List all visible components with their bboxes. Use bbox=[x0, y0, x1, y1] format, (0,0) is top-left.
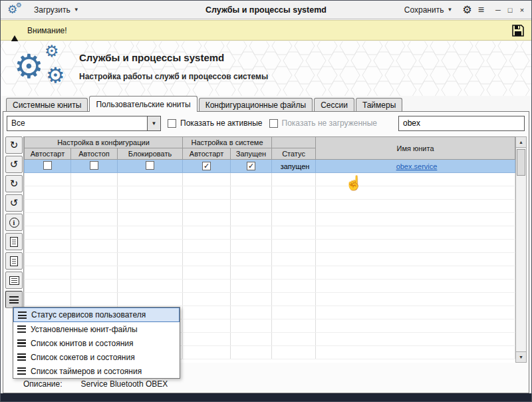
column-header-status[interactable]: Статус bbox=[272, 148, 316, 160]
tab-config-files[interactable]: Конфигурационные файлы bbox=[199, 98, 313, 112]
scope-dropdown-value: Все bbox=[7, 116, 147, 130]
app-logo-gears-icon: ⚙ ⚙ ⚙ bbox=[14, 43, 80, 96]
maximize-button[interactable]: □ bbox=[505, 5, 515, 15]
list-icon bbox=[17, 339, 26, 347]
column-header-running[interactable]: Запущен bbox=[231, 148, 272, 160]
minimize-button[interactable]: ─ bbox=[493, 5, 503, 15]
table-row-empty bbox=[25, 293, 515, 306]
bottom-edge bbox=[1, 393, 531, 401]
warning-bar: ! Внимание! bbox=[1, 20, 531, 41]
group-header-config: Настройка в конфигурации bbox=[25, 137, 183, 148]
chevron-down-icon[interactable]: ▼ bbox=[147, 116, 160, 130]
save-button[interactable]: Сохранить ▼ bbox=[400, 3, 457, 17]
description-value: Service Bluetooth OBEX bbox=[81, 379, 168, 389]
save-button-label: Сохранить bbox=[404, 5, 444, 15]
page-title: Службы и процессы systemd bbox=[79, 52, 224, 63]
tab-user-units[interactable]: Пользовательские юниты bbox=[89, 96, 197, 112]
checkbox-running[interactable]: ✓ bbox=[247, 162, 255, 170]
scope-dropdown[interactable]: Все ▼ bbox=[7, 116, 161, 131]
menu-item-sockets-and-states[interactable]: Список сокетов и состояния bbox=[13, 350, 180, 364]
page-subtitle: Настройка работы служб и процессов систе… bbox=[79, 72, 268, 81]
reload-icon: ↺ bbox=[10, 158, 19, 170]
table-row-empty bbox=[25, 266, 515, 280]
warning-label: Внимание! bbox=[27, 26, 67, 35]
table-row-empty bbox=[25, 186, 515, 200]
checkbox-block[interactable] bbox=[146, 161, 154, 170]
restart-unit-button[interactable]: ↻ bbox=[5, 175, 23, 192]
menu-item-user-services-status[interactable]: Статус сервисов пользователя bbox=[13, 307, 180, 322]
undo-button[interactable]: ↺ bbox=[5, 194, 23, 212]
tab-timers[interactable]: Таймеры bbox=[356, 98, 402, 112]
tab-sessions[interactable]: Сессии bbox=[314, 98, 354, 112]
refresh-icon: ↻ bbox=[10, 139, 19, 151]
show-inactive-checkbox-group[interactable]: Показать не активные bbox=[168, 118, 263, 128]
filter-row: Все ▼ Показать не активные Показать не з… bbox=[7, 115, 525, 131]
dropdown-arrow-icon: ▼ bbox=[74, 7, 79, 13]
context-menu: Статус сервисов пользователя Установленн… bbox=[13, 307, 180, 379]
column-header-autostart-config[interactable]: Автостарт bbox=[25, 148, 71, 160]
restart-icon: ↻ bbox=[10, 178, 19, 190]
journal-icon bbox=[9, 276, 19, 285]
checkbox-config-autostart[interactable] bbox=[43, 161, 52, 170]
menu-item-units-and-states[interactable]: Список юнитов и состояния bbox=[13, 336, 180, 350]
app-gears-icon: ⚙ ⚙ bbox=[7, 3, 23, 17]
info-button[interactable]: i bbox=[5, 214, 23, 231]
scroll-down-button[interactable]: ▼ bbox=[516, 351, 526, 362]
show-unloaded-label: Показать не загруженные bbox=[282, 118, 377, 128]
show-unloaded-checkbox[interactable] bbox=[269, 119, 278, 128]
table-row-empty bbox=[25, 240, 515, 253]
mouse-cursor-hand-icon: ☝ bbox=[345, 175, 362, 191]
status-list-button[interactable] bbox=[5, 291, 23, 308]
hamburger-menu-icon[interactable]: ≡ bbox=[478, 4, 484, 16]
tab-system-units[interactable]: Системные юниты bbox=[6, 98, 88, 112]
table-row-obex[interactable]: ✓ ✓ запущен obex.service bbox=[25, 160, 515, 173]
table-row-empty bbox=[25, 253, 515, 266]
journal-button[interactable] bbox=[5, 272, 23, 289]
app-window: ⚙ ⚙ Загрузить ▼ Службы и процессы system… bbox=[0, 0, 532, 402]
edit-file-button[interactable] bbox=[5, 252, 23, 270]
show-inactive-checkbox[interactable] bbox=[168, 119, 176, 128]
unit-file-button[interactable] bbox=[5, 233, 23, 250]
refresh-button[interactable]: ↻ bbox=[5, 136, 23, 154]
window-controls: ─ □ × bbox=[493, 5, 527, 15]
menu-item-timers-and-states[interactable]: Список таймеров и состояния bbox=[13, 364, 180, 378]
unit-name-link[interactable]: obex.service bbox=[396, 162, 438, 170]
table-row-empty bbox=[25, 226, 515, 240]
table-row-empty bbox=[25, 213, 515, 226]
scrollbar-thumb[interactable] bbox=[517, 149, 525, 176]
checkbox-autostop[interactable] bbox=[90, 161, 98, 170]
list-icon bbox=[9, 296, 19, 303]
settings-gear-icon[interactable]: ⚙ bbox=[462, 3, 471, 16]
dropdown-arrow-icon: ▼ bbox=[447, 7, 452, 13]
list-icon bbox=[17, 367, 26, 375]
show-inactive-label: Показать не активные bbox=[180, 118, 263, 128]
save-file-icon[interactable] bbox=[511, 24, 525, 37]
table-row-empty bbox=[25, 280, 515, 293]
close-button[interactable]: × bbox=[517, 5, 527, 15]
warning-triangle-icon: ! bbox=[7, 24, 22, 37]
info-icon: i bbox=[9, 218, 19, 228]
table-row-empty bbox=[25, 200, 515, 213]
vertical-scrollbar[interactable]: ▲ ▼ bbox=[515, 136, 527, 363]
status-cell: запущен bbox=[272, 160, 316, 173]
app-header: ⚙ ⚙ ⚙ Службы и процессы systemd Настройк… bbox=[1, 41, 531, 96]
column-header-autostop[interactable]: Автостоп bbox=[71, 148, 118, 160]
scroll-up-button[interactable]: ▲ bbox=[516, 137, 526, 148]
menu-item-installed-unit-files[interactable]: Установленные юнит-файлы bbox=[13, 322, 180, 336]
load-button[interactable]: Загрузить ▼ bbox=[30, 3, 83, 17]
list-icon bbox=[17, 353, 26, 361]
column-header-autostart-system[interactable]: Автостарт bbox=[183, 148, 231, 160]
checkbox-system-autostart[interactable]: ✓ bbox=[202, 162, 211, 170]
undo-icon: ↺ bbox=[10, 197, 19, 209]
list-icon bbox=[17, 325, 26, 333]
group-header-blank bbox=[272, 137, 316, 148]
show-unloaded-checkbox-group[interactable]: Показать не загруженные bbox=[269, 118, 377, 128]
column-header-block[interactable]: Блокировать bbox=[118, 148, 183, 160]
column-header-unit-name[interactable]: Имя юнита bbox=[316, 137, 515, 160]
file-icon bbox=[10, 237, 18, 247]
list-icon bbox=[18, 311, 27, 319]
reload-daemon-button[interactable]: ↺ bbox=[5, 156, 23, 173]
titlebar: ⚙ ⚙ Загрузить ▼ Службы и процессы system… bbox=[1, 1, 531, 19]
description-label: Описание: bbox=[23, 379, 63, 389]
search-input[interactable] bbox=[398, 116, 525, 131]
